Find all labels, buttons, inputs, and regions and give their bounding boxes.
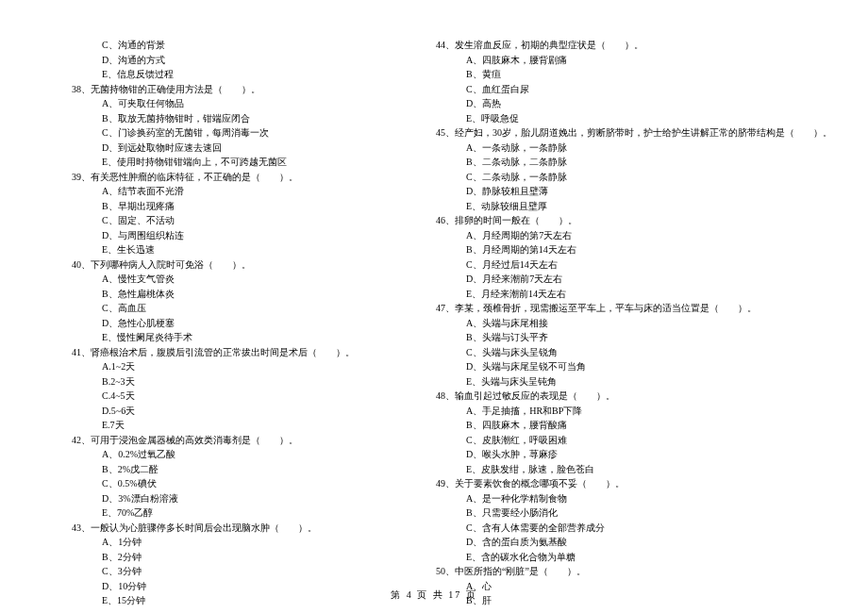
- option: B、2%戊二醛: [57, 462, 355, 477]
- option: D、与周围组织粘连: [57, 228, 355, 243]
- option: C、月经过后14天左右: [421, 257, 832, 273]
- option: C、头端与床头呈锐角: [421, 345, 832, 360]
- trailing-option: D、沟通的方式: [57, 53, 355, 68]
- option: E、皮肤发绀，脉速，脸色苍白: [421, 462, 832, 477]
- option: A、月经周期的第7天左右: [421, 228, 832, 243]
- question-42: 42、可用于浸泡金属器械的高效类消毒剂是（ ）。: [57, 433, 355, 448]
- option: D、急性心肌梗塞: [57, 316, 355, 331]
- option: A、可夹取任何物品: [57, 96, 355, 111]
- option: A、慢性支气管炎: [57, 272, 355, 287]
- question-stem: 下列哪种病人入院时可免浴（ ）。: [91, 259, 251, 270]
- option: C、门诊换药室的无菌钳，每周消毒一次: [57, 125, 355, 141]
- question-stem: 排卵的时间一般在（ ）。: [455, 215, 577, 225]
- option: A、手足抽搐，HR和BP下降: [421, 404, 832, 419]
- option: B、月经周期的第14天左右: [421, 242, 832, 257]
- option: E、70%乙醇: [57, 505, 355, 521]
- option: B、2分钟: [57, 550, 355, 565]
- question-stem: 中医所指的“刚脏”是（ ）。: [455, 566, 586, 576]
- question-num: 47、: [436, 303, 455, 313]
- question-44: 44、发生溶血反应，初期的典型症状是（ ）。: [421, 38, 832, 53]
- option: D、高热: [421, 96, 832, 111]
- question-num: 45、: [436, 127, 455, 138]
- question-40: 40、下列哪种病人入院时可免浴（ ）。: [57, 257, 355, 273]
- trailing-option: C、沟通的背景: [57, 38, 355, 53]
- option: B、头端与订头平齐: [421, 330, 832, 345]
- option: C.4~5天: [57, 389, 355, 404]
- option: E、呼吸急促: [421, 111, 832, 126]
- option: D、头端与床尾呈锐不可当角: [421, 359, 832, 374]
- option: E、慢性阑尾炎待手术: [57, 330, 355, 345]
- option: E、头端与床头呈钝角: [421, 374, 832, 389]
- option: A、四肢麻木，腰背剧痛: [421, 53, 832, 68]
- question-num: 42、: [72, 435, 91, 445]
- option: E、生长迅速: [57, 242, 355, 257]
- option: B、急性扁桃体炎: [57, 287, 355, 302]
- question-num: 41、: [72, 347, 91, 357]
- option: C、0.5%碘伏: [57, 476, 355, 491]
- question-38: 38、无菌持物钳的正确使用方法是（ ）。: [57, 82, 355, 97]
- option: D、含的蛋白质为氨基酸: [421, 535, 832, 550]
- option: D.5~6天: [57, 404, 355, 419]
- question-num: 50、: [436, 566, 455, 576]
- question-stem: 无菌持物钳的正确使用方法是（ ）。: [91, 84, 260, 94]
- option: A、结节表面不光滑: [57, 184, 355, 199]
- question-num: 48、: [436, 390, 455, 401]
- option: A.1~2天: [57, 359, 355, 374]
- trailing-option: E、信息反馈过程: [57, 67, 355, 82]
- right-column: 44、发生溶血反应，初期的典型症状是（ ）。 A、四肢麻木，腰背剧痛 B、黄疸 …: [421, 38, 832, 608]
- option: D、静脉较粗且壁薄: [421, 184, 832, 199]
- question-47: 47、李某，颈椎骨折，现需搬运至平车上，平车与床的适当位置是（ ）。: [421, 301, 832, 316]
- option: A、是一种化学精制食物: [421, 491, 832, 506]
- question-num: 39、: [72, 172, 91, 182]
- option: B、黄疸: [421, 67, 832, 82]
- question-num: 49、: [436, 478, 455, 489]
- option: B、二条动脉，二条静脉: [421, 155, 832, 170]
- option: B、早期出现疼痛: [57, 199, 355, 214]
- option: E、月经来潮前14天左右: [421, 287, 832, 302]
- option: B.2~3天: [57, 374, 355, 389]
- question-num: 38、: [72, 84, 91, 94]
- question-num: 40、: [72, 259, 91, 270]
- question-stem: 经产妇，30岁，胎儿阴道娩出，剪断脐带时，护士给护生讲解正常的脐带结构是（ ）。: [455, 127, 832, 138]
- option: C、高血压: [57, 301, 355, 316]
- option: D、3%漂白粉溶液: [57, 491, 355, 506]
- question-stem: 发生溶血反应，初期的典型症状是（ ）。: [455, 40, 643, 50]
- option: A、0.2%过氧乙酸: [57, 447, 355, 462]
- question-stem: 可用于浸泡金属器械的高效类消毒剂是（ ）。: [91, 435, 298, 445]
- question-stem: 关于要素饮食的概念哪项不妥（ ）。: [455, 478, 625, 489]
- question-num: 46、: [436, 215, 455, 225]
- option: A、头端与床尾相接: [421, 316, 832, 331]
- question-49: 49、关于要素饮食的概念哪项不妥（ ）。: [421, 476, 832, 491]
- option: B、只需要经小肠消化: [421, 505, 832, 521]
- question-stem: 一般认为心脏骤停多长时间后会出现脑水肿（ ）。: [91, 522, 317, 533]
- option: E、动脉较细且壁厚: [421, 199, 832, 214]
- option: D、喉头水肿，荨麻疹: [421, 447, 832, 462]
- question-48: 48、输血引起过敏反应的表现是（ ）。: [421, 389, 832, 404]
- option: D、月经来潮前7天左右: [421, 272, 832, 287]
- option: B、四肢麻木，腰背酸痛: [421, 418, 832, 433]
- question-stem: 有关恶性肿瘤的临床特征，不正确的是（ ）。: [91, 172, 298, 182]
- option: B、取放无菌持物钳时，钳端应闭合: [57, 111, 355, 126]
- question-41: 41、肾癌根治术后，腹膜后引流管的正常拔出时间是术后（ ）。: [57, 345, 355, 360]
- option: E、使用时持物钳钳端向上，不可跨越无菌区: [57, 155, 355, 170]
- question-stem: 输血引起过敏反应的表现是（ ）。: [455, 390, 615, 401]
- option: C、固定、不活动: [57, 213, 355, 228]
- option: E、含的碳水化合物为单糖: [421, 550, 832, 565]
- page-footer: 第 4 页 共 17 页: [0, 588, 868, 602]
- content-columns: C、沟通的背景 D、沟通的方式 E、信息反馈过程 38、无菌持物钳的正确使用方法…: [57, 38, 811, 608]
- option: A、一条动脉，一条静脉: [421, 141, 832, 156]
- option: D、到远处取物时应速去速回: [57, 141, 355, 156]
- question-num: 43、: [72, 522, 91, 533]
- option: C、含有人体需要的全部营养成分: [421, 521, 832, 536]
- option: E.7天: [57, 418, 355, 433]
- option: C、血红蛋白尿: [421, 82, 832, 97]
- option: C、3分钟: [57, 564, 355, 579]
- question-stem: 肾癌根治术后，腹膜后引流管的正常拔出时间是术后（ ）。: [91, 347, 355, 357]
- question-stem: 李某，颈椎骨折，现需搬运至平车上，平车与床的适当位置是（ ）。: [455, 303, 757, 313]
- question-39: 39、有关恶性肿瘤的临床特征，不正确的是（ ）。: [57, 170, 355, 185]
- left-column: C、沟通的背景 D、沟通的方式 E、信息反馈过程 38、无菌持物钳的正确使用方法…: [57, 38, 355, 608]
- question-46: 46、排卵的时间一般在（ ）。: [421, 213, 832, 228]
- question-43: 43、一般认为心脏骤停多长时间后会出现脑水肿（ ）。: [57, 521, 355, 536]
- question-50: 50、中医所指的“刚脏”是（ ）。: [421, 564, 832, 579]
- option: A、1分钟: [57, 535, 355, 550]
